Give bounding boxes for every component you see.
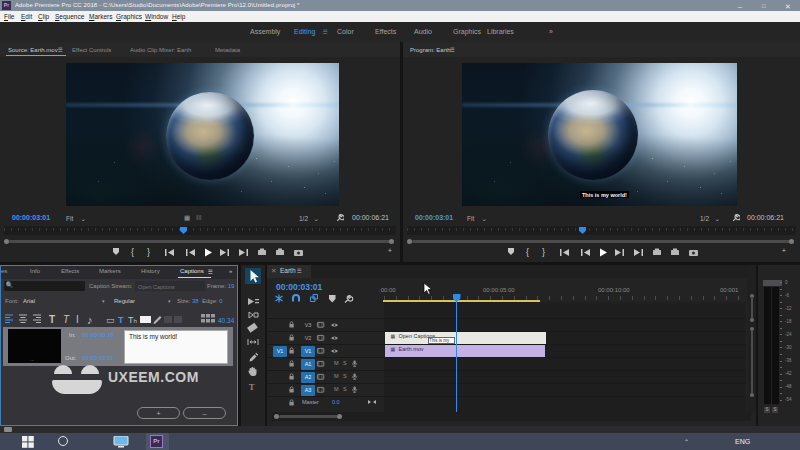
- svg-text:{: {: [131, 247, 134, 257]
- svg-text:T: T: [63, 314, 70, 325]
- svg-text:I: I: [76, 314, 79, 325]
- svg-text:▭: ▭: [106, 315, 115, 325]
- svg-text:Tₕ: Tₕ: [128, 315, 137, 325]
- svg-text:}: }: [147, 247, 150, 257]
- svg-text:}: }: [542, 247, 545, 257]
- svg-text:40.34: 40.34: [218, 317, 235, 324]
- svg-text:T: T: [249, 382, 255, 392]
- svg-text:♪: ♪: [87, 314, 93, 326]
- svg-text:{: {: [526, 247, 529, 257]
- svg-text:T: T: [118, 315, 124, 325]
- svg-text:T: T: [49, 314, 55, 325]
